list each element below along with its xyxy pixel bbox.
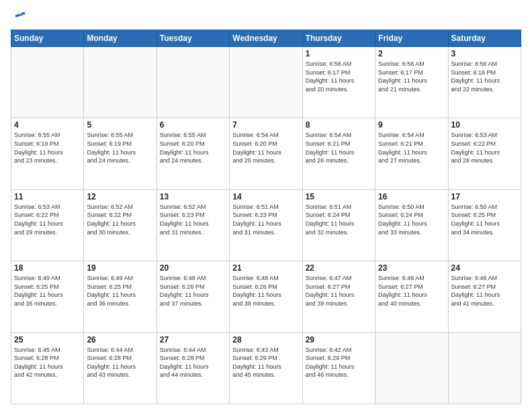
logo-bird-icon: [12, 8, 27, 23]
day-info: Sunrise: 6:48 AM Sunset: 6:26 PM Dayligh…: [232, 274, 299, 308]
day-number: 7: [232, 120, 299, 130]
day-number: 5: [87, 120, 153, 130]
calendar-table: Sunday Monday Tuesday Wednesday Thursday…: [11, 30, 521, 404]
calendar-week-row: 25Sunrise: 6:45 AM Sunset: 6:28 PM Dayli…: [11, 332, 521, 404]
day-number: 24: [451, 263, 518, 273]
table-row: 14Sunrise: 6:51 AM Sunset: 6:23 PM Dayli…: [230, 189, 302, 261]
day-number: 11: [14, 192, 81, 201]
day-number: 17: [451, 192, 518, 201]
day-number: 12: [87, 192, 153, 201]
day-number: 22: [306, 263, 372, 273]
calendar-week-row: 1Sunrise: 6:56 AM Sunset: 6:17 PM Daylig…: [11, 47, 521, 118]
table-row: 6Sunrise: 6:55 AM Sunset: 6:20 PM Daylig…: [157, 118, 229, 189]
day-info: Sunrise: 6:47 AM Sunset: 6:27 PM Dayligh…: [306, 274, 372, 308]
table-row: 4Sunrise: 6:55 AM Sunset: 6:19 PM Daylig…: [11, 118, 84, 189]
day-number: 28: [232, 335, 299, 345]
page: Sunday Monday Tuesday Wednesday Thursday…: [0, 0, 532, 411]
logo: [11, 11, 27, 23]
day-number: 19: [87, 263, 153, 273]
day-info: Sunrise: 6:56 AM Sunset: 6:18 PM Dayligh…: [451, 60, 518, 93]
table-row: 12Sunrise: 6:52 AM Sunset: 6:22 PM Dayli…: [84, 189, 157, 261]
day-info: Sunrise: 6:53 AM Sunset: 6:22 PM Dayligh…: [451, 131, 518, 165]
day-number: 1: [306, 49, 372, 58]
day-number: 9: [378, 120, 445, 130]
table-row: 9Sunrise: 6:54 AM Sunset: 6:21 PM Daylig…: [375, 118, 448, 189]
header: [11, 11, 521, 23]
col-saturday: Saturday: [448, 30, 521, 47]
table-row: 25Sunrise: 6:45 AM Sunset: 6:28 PM Dayli…: [11, 332, 84, 404]
day-number: 20: [160, 263, 226, 273]
table-row: 1Sunrise: 6:56 AM Sunset: 6:17 PM Daylig…: [302, 47, 375, 118]
table-row: 19Sunrise: 6:49 AM Sunset: 6:25 PM Dayli…: [84, 261, 157, 332]
day-info: Sunrise: 6:43 AM Sunset: 6:29 PM Dayligh…: [232, 346, 299, 379]
table-row: [84, 47, 157, 118]
col-thursday: Thursday: [302, 30, 375, 47]
day-number: 13: [160, 192, 226, 201]
day-info: Sunrise: 6:55 AM Sunset: 6:19 PM Dayligh…: [87, 131, 153, 165]
table-row: 29Sunrise: 6:42 AM Sunset: 6:29 PM Dayli…: [302, 332, 375, 404]
day-number: 10: [451, 120, 518, 130]
day-number: 6: [160, 120, 226, 130]
day-number: 29: [306, 335, 372, 345]
day-info: Sunrise: 6:54 AM Sunset: 6:21 PM Dayligh…: [306, 131, 372, 165]
day-info: Sunrise: 6:54 AM Sunset: 6:20 PM Dayligh…: [232, 131, 299, 165]
day-number: 14: [232, 192, 299, 201]
table-row: [448, 332, 521, 404]
day-info: Sunrise: 6:46 AM Sunset: 6:27 PM Dayligh…: [378, 274, 445, 308]
table-row: [375, 332, 448, 404]
day-info: Sunrise: 6:42 AM Sunset: 6:29 PM Dayligh…: [306, 346, 372, 379]
table-row: 23Sunrise: 6:46 AM Sunset: 6:27 PM Dayli…: [375, 261, 448, 332]
table-row: [230, 47, 302, 118]
day-number: 3: [451, 49, 518, 58]
table-row: 13Sunrise: 6:52 AM Sunset: 6:23 PM Dayli…: [157, 189, 229, 261]
day-info: Sunrise: 6:56 AM Sunset: 6:17 PM Dayligh…: [306, 60, 372, 93]
table-row: 20Sunrise: 6:48 AM Sunset: 6:26 PM Dayli…: [157, 261, 229, 332]
col-friday: Friday: [375, 30, 448, 47]
table-row: 8Sunrise: 6:54 AM Sunset: 6:21 PM Daylig…: [302, 118, 375, 189]
day-number: 15: [306, 192, 372, 201]
day-number: 21: [232, 263, 299, 273]
day-info: Sunrise: 6:49 AM Sunset: 6:25 PM Dayligh…: [14, 274, 81, 308]
day-info: Sunrise: 6:52 AM Sunset: 6:23 PM Dayligh…: [160, 203, 226, 236]
day-info: Sunrise: 6:49 AM Sunset: 6:25 PM Dayligh…: [87, 274, 153, 308]
table-row: 16Sunrise: 6:50 AM Sunset: 6:24 PM Dayli…: [375, 189, 448, 261]
day-number: 4: [14, 120, 81, 130]
day-info: Sunrise: 6:44 AM Sunset: 6:28 PM Dayligh…: [87, 346, 153, 379]
col-wednesday: Wednesday: [230, 30, 302, 47]
table-row: 21Sunrise: 6:48 AM Sunset: 6:26 PM Dayli…: [230, 261, 302, 332]
table-row: 7Sunrise: 6:54 AM Sunset: 6:20 PM Daylig…: [230, 118, 302, 189]
day-number: 26: [87, 335, 153, 345]
day-info: Sunrise: 6:51 AM Sunset: 6:24 PM Dayligh…: [306, 203, 372, 236]
table-row: [11, 47, 84, 118]
table-row: [157, 47, 229, 118]
table-row: 24Sunrise: 6:46 AM Sunset: 6:27 PM Dayli…: [448, 261, 521, 332]
table-row: 22Sunrise: 6:47 AM Sunset: 6:27 PM Dayli…: [302, 261, 375, 332]
table-row: 11Sunrise: 6:53 AM Sunset: 6:22 PM Dayli…: [11, 189, 84, 261]
day-info: Sunrise: 6:56 AM Sunset: 6:17 PM Dayligh…: [378, 60, 445, 93]
col-monday: Monday: [84, 30, 157, 47]
table-row: 27Sunrise: 6:44 AM Sunset: 6:28 PM Dayli…: [157, 332, 229, 404]
calendar-week-row: 4Sunrise: 6:55 AM Sunset: 6:19 PM Daylig…: [11, 118, 521, 189]
day-info: Sunrise: 6:53 AM Sunset: 6:22 PM Dayligh…: [14, 203, 81, 236]
day-info: Sunrise: 6:55 AM Sunset: 6:20 PM Dayligh…: [160, 131, 226, 165]
day-info: Sunrise: 6:44 AM Sunset: 6:28 PM Dayligh…: [160, 346, 226, 379]
day-info: Sunrise: 6:52 AM Sunset: 6:22 PM Dayligh…: [87, 203, 153, 236]
col-sunday: Sunday: [11, 30, 84, 47]
day-number: 16: [378, 192, 445, 201]
day-number: 25: [14, 335, 81, 345]
day-info: Sunrise: 6:48 AM Sunset: 6:26 PM Dayligh…: [160, 274, 226, 308]
day-info: Sunrise: 6:46 AM Sunset: 6:27 PM Dayligh…: [451, 274, 518, 308]
day-number: 23: [378, 263, 445, 273]
day-info: Sunrise: 6:50 AM Sunset: 6:25 PM Dayligh…: [451, 203, 518, 236]
day-number: 2: [378, 49, 445, 58]
day-number: 8: [306, 120, 372, 130]
day-info: Sunrise: 6:45 AM Sunset: 6:28 PM Dayligh…: [14, 346, 81, 379]
table-row: 5Sunrise: 6:55 AM Sunset: 6:19 PM Daylig…: [84, 118, 157, 189]
day-info: Sunrise: 6:55 AM Sunset: 6:19 PM Dayligh…: [14, 131, 81, 165]
table-row: 28Sunrise: 6:43 AM Sunset: 6:29 PM Dayli…: [230, 332, 302, 404]
table-row: 17Sunrise: 6:50 AM Sunset: 6:25 PM Dayli…: [448, 189, 521, 261]
col-tuesday: Tuesday: [157, 30, 229, 47]
table-row: 15Sunrise: 6:51 AM Sunset: 6:24 PM Dayli…: [302, 189, 375, 261]
table-row: 10Sunrise: 6:53 AM Sunset: 6:22 PM Dayli…: [448, 118, 521, 189]
table-row: 2Sunrise: 6:56 AM Sunset: 6:17 PM Daylig…: [375, 47, 448, 118]
